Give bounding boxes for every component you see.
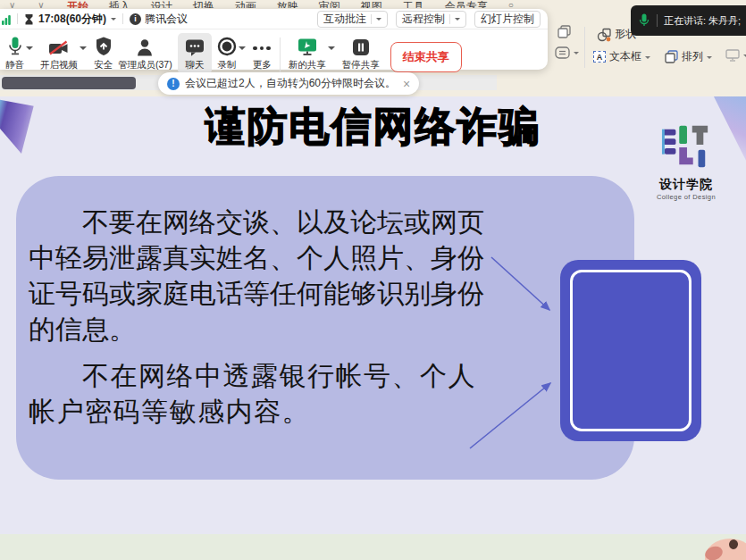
paragraph-bank: 不在网络中透露银行帐号、个人帐户密码等敏感内容。 [29,358,490,430]
tab-home[interactable]: 开始 [67,0,88,8]
slide-canvas[interactable]: 谨防电信网络诈骗 设计学院 College of Design 不要在网络交谈、… [0,96,746,534]
chevron-down-icon[interactable] [328,46,335,54]
microphone-icon [639,13,650,28]
divider [17,13,18,24]
divider [449,14,450,24]
chevron-down-icon [574,52,579,57]
chevron-down-icon[interactable] [80,46,87,54]
meeting-notification: ! 会议已超过2人，自动转为60分钟限时会议。 × [158,72,419,95]
content-box: 不要在网络交谈、以及论坛或网页中轻易泄露真实姓名、个人照片、身份证号码或家庭电话… [16,176,634,480]
tab-design[interactable]: 设计 [151,0,172,8]
slide-title: 谨防电信网络诈骗 [0,100,746,154]
start-video-label: 开启视频 [40,59,78,71]
info-icon: ! [167,78,180,90]
more-icon [253,46,271,51]
layers-icon [557,25,571,38]
image-placeholder [560,260,701,441]
chevron-down-icon [707,56,712,62]
mute-button[interactable]: 静音 [5,33,24,71]
security-button[interactable]: 安全 [94,33,113,71]
new-share-button[interactable]: 新的共享 [289,33,326,71]
notification-text: 会议已超过2人，自动转为60分钟限时会议。 [185,76,396,91]
search-icon[interactable]: ○ [508,0,514,8]
chevron-down-icon[interactable] [455,18,460,23]
arrange-tool[interactable]: 排列 [665,49,712,64]
paragraph-privacy: 不要在网络交谈、以及论坛或网页中轻易泄露真实姓名、个人照片、身份证号码或家庭电话… [29,205,490,347]
end-share-button[interactable]: 结束共享 [390,42,462,72]
textbox-tool[interactable]: A 文本框 [593,49,650,64]
camera-off-icon [48,40,70,56]
tab-transition[interactable]: 切换 [193,0,214,8]
textbox-label: 文本框 [609,49,641,64]
arrange-label: 排列 [682,49,703,64]
more-button[interactable]: 更多 [253,33,272,71]
slide-thumbnail-strip [2,77,136,89]
tab-review[interactable]: 审阅 [319,0,340,8]
tab-slideshow[interactable]: 放映 [277,0,298,8]
start-video-button[interactable]: 开启视频 [40,33,78,71]
chat-button[interactable]: 聊天 [178,33,212,74]
microphone-icon [7,37,23,56]
quick-access-caret-icon[interactable]: ∨ [38,0,44,8]
annotate-button[interactable]: 互动批注 [317,11,388,28]
pause-share-button[interactable]: 暂停共享 [342,33,380,71]
image-placeholder-border [570,270,692,431]
shield-icon [95,37,113,56]
speaking-text: 正在讲话: 朱丹丹; [664,14,741,28]
record-icon [217,37,237,56]
tab-member[interactable]: 会员专享 [445,0,488,8]
select-tool[interactable] [555,46,579,59]
chevron-down-icon[interactable] [26,46,33,54]
chevron-down-icon[interactable] [239,46,246,54]
copy-style-icon[interactable] [557,25,571,38]
meeting-timer: 17:08(60分钟) [38,12,106,27]
chevron-down-icon[interactable] [376,18,381,23]
slide-control-label: 幻灯片控制 [481,12,534,27]
more-label: 更多 [253,59,272,71]
remote-control-button[interactable]: 远程控制 [396,11,466,28]
tab-view[interactable]: 视图 [361,0,382,8]
mute-label: 静音 [5,59,24,71]
divider [371,14,372,24]
meeting-toolbar-bottom-row: 静音 开启视频 安全 管理成员(37) 聊天 录制 更多 [0,29,548,75]
quick-access-icon[interactable]: ∨ [9,0,15,8]
chat-label: 聊天 [185,59,204,71]
ribbon-divider [584,27,585,68]
manage-members-button[interactable]: 管理成员(37) [118,33,172,71]
select-icon [555,46,570,59]
members-icon [136,38,154,56]
record-button[interactable]: 录制 [217,33,237,71]
close-icon[interactable]: × [403,77,410,91]
logo-mark-icon [661,121,711,171]
security-label: 安全 [94,59,113,71]
remote-control-label: 远程控制 [402,12,445,27]
signal-icon [2,13,11,25]
monitor-tool[interactable] [725,49,746,62]
toolbar-divider [280,38,281,75]
screen-share-icon [297,38,318,56]
tab-animation[interactable]: 动画 [235,0,256,8]
app-name: 腾讯会议 [145,12,188,27]
new-share-label: 新的共享 [289,59,326,71]
pause-share-label: 暂停共享 [342,59,380,71]
desktop-strip [0,534,746,560]
record-label: 录制 [217,59,236,71]
speaking-banner: 正在讲话: 朱丹丹; [631,5,746,36]
annotate-label: 互动批注 [323,12,366,27]
manage-members-label: 管理成员(37) [118,59,172,71]
chevron-down-icon[interactable] [111,18,116,23]
divider [122,13,123,24]
tab-tools[interactable]: 工具 [403,0,424,8]
slide-control-button[interactable]: 幻灯片控制 [474,11,541,28]
college-logo: 设计学院 College of Design [643,121,729,201]
meeting-toolbar-top-row: 17:08(60分钟) i 腾讯会议 互动批注 远程控制 幻灯片控制 [0,9,548,29]
info-icon[interactable]: i [130,13,141,25]
chevron-down-icon [645,56,650,62]
chat-icon [185,38,205,56]
tab-insert[interactable]: 插入 [109,0,130,8]
textbox-icon: A [593,51,606,63]
divider [657,14,658,27]
meeting-toolbar: 17:08(60分钟) i 腾讯会议 互动批注 远程控制 幻灯片控制 静音 开启… [0,9,548,70]
shapes-icon [597,28,611,42]
logo-subtitle: College of Design [643,193,729,201]
